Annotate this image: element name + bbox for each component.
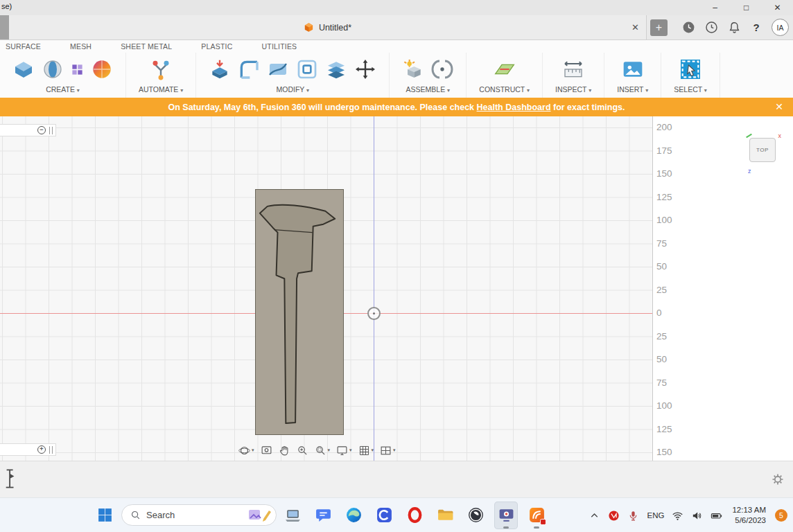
volume-icon[interactable] <box>691 510 703 522</box>
orbit-icon[interactable]: ▾ <box>238 445 254 456</box>
timeline-marker-icon[interactable] <box>4 468 17 490</box>
panel-handle[interactable] <box>49 127 53 134</box>
move-icon[interactable] <box>354 58 376 80</box>
revolve-icon[interactable] <box>42 58 64 80</box>
toolbar-group-label-insert[interactable]: INSERT ▾ <box>617 85 648 94</box>
new-component-icon[interactable] <box>402 58 424 80</box>
panel-handle[interactable] <box>49 446 53 454</box>
press-pull-icon[interactable] <box>209 58 231 80</box>
ruler-value: 25 <box>656 284 667 294</box>
toolbar-group-modify: MODIFY ▾ <box>196 53 390 98</box>
ruler-value: 75 <box>656 238 667 248</box>
ribbon-tab-sheet-metal[interactable]: SHEET METAL <box>121 42 172 51</box>
fillet-icon[interactable] <box>238 58 260 80</box>
collapsed-comments-bar[interactable]: + <box>0 443 56 456</box>
opera-icon[interactable] <box>403 502 426 529</box>
gear-icon[interactable] <box>771 472 785 486</box>
insert-canvas-icon[interactable] <box>622 58 644 80</box>
pattern-icon[interactable] <box>71 63 84 76</box>
origin-marker[interactable] <box>367 307 381 320</box>
wifi-icon[interactable] <box>672 510 683 522</box>
fusion-icon[interactable] <box>525 502 548 529</box>
antivirus-icon[interactable] <box>608 510 620 522</box>
avatar[interactable]: IA <box>772 19 789 36</box>
chevron-down-icon: ▾ <box>527 87 530 94</box>
collapsed-browser-bar[interactable]: − <box>0 124 56 136</box>
obs-icon[interactable] <box>464 502 487 529</box>
job-status-icon[interactable] <box>682 21 695 34</box>
toolbar-group-label-modify[interactable]: MODIFY ▾ <box>277 85 310 94</box>
canvas-viewport[interactable]: 2001751501251007550250255075100125150 TO… <box>0 116 793 461</box>
viewports-icon[interactable]: ▾ <box>380 445 396 456</box>
edge-icon[interactable] <box>342 502 365 529</box>
explorer-icon[interactable] <box>433 502 457 529</box>
viewcube-face-label: TOP <box>756 147 769 153</box>
toolbar-group-label-inspect[interactable]: INSPECT ▾ <box>555 85 591 94</box>
grid-settings-icon[interactable]: ▾ <box>358 445 374 456</box>
document-tab[interactable]: Untitled* ✕ <box>9 15 647 39</box>
ruler-value: 200 <box>656 122 672 132</box>
laptop-app-icon[interactable] <box>281 502 304 529</box>
look-at-icon[interactable] <box>261 445 272 456</box>
toolbar-group-label-construct[interactable]: CONSTRUCT ▾ <box>479 85 530 94</box>
viewcube[interactable]: TOP x z <box>747 133 781 169</box>
extrude-icon[interactable] <box>12 58 35 80</box>
split-icon[interactable] <box>267 58 289 80</box>
language-indicator[interactable]: ENG <box>647 511 664 520</box>
ribbon-tab-surface[interactable]: SURFACE <box>6 42 41 51</box>
ruler-value: 50 <box>656 261 667 272</box>
form-icon[interactable] <box>91 58 113 80</box>
automate-icon[interactable] <box>150 58 172 80</box>
notification-center-icon[interactable] <box>705 21 718 34</box>
chat-app-icon[interactable] <box>311 502 335 529</box>
viewcube-face[interactable]: TOP <box>749 138 776 162</box>
zoom-icon[interactable] <box>297 445 308 456</box>
banner-close-icon[interactable]: ✕ <box>775 98 783 116</box>
inserted-canvas-image[interactable] <box>255 189 344 435</box>
chevron-down-icon: ▾ <box>704 87 707 94</box>
close-button[interactable]: ✕ <box>762 0 793 15</box>
chevron-down-icon[interactable]: ▾ <box>252 447 254 453</box>
ribbon-tab-utilities[interactable]: UTILITIES <box>261 42 297 51</box>
toolbar-group-label-assemble[interactable]: ASSEMBLE ▾ <box>406 85 451 94</box>
recorder-icon[interactable] <box>494 502 518 529</box>
mic-icon[interactable] <box>627 510 639 522</box>
new-tab-button[interactable]: + <box>650 19 668 36</box>
joint-icon[interactable] <box>431 58 453 80</box>
collapse-icon[interactable]: − <box>37 126 46 134</box>
chevron-down-icon[interactable]: ▾ <box>328 447 331 453</box>
viewcube-x-axis-label: x <box>778 132 782 139</box>
tab-close-icon[interactable]: ✕ <box>631 15 639 39</box>
pan-icon[interactable] <box>279 445 290 456</box>
help-icon[interactable]: ? <box>751 21 762 33</box>
chevron-down-icon[interactable]: ▾ <box>349 447 352 453</box>
fit-icon[interactable]: ▾ <box>315 445 331 456</box>
select-icon[interactable] <box>679 58 702 80</box>
minimize-button[interactable]: – <box>699 0 731 15</box>
maximize-button[interactable]: □ <box>731 0 762 15</box>
display-settings-icon[interactable]: ▾ <box>336 445 352 456</box>
chevron-down-icon[interactable]: ▾ <box>372 447 374 453</box>
thicken-icon[interactable] <box>325 58 347 80</box>
ribbon-tab-plastic[interactable]: PLASTIC <box>201 42 232 51</box>
battery-icon[interactable] <box>711 510 722 522</box>
toolbar-group-label-select[interactable]: SELECT ▾ <box>674 85 707 94</box>
toolbar-group-label-create[interactable]: CREATE ▾ <box>46 85 80 94</box>
notification-badge[interactable]: 5 <box>775 509 787 522</box>
chevron-down-icon[interactable]: ▾ <box>393 447 396 453</box>
health-dashboard-link[interactable]: Health Dashboard <box>477 103 551 112</box>
tray-overflow-icon[interactable] <box>589 510 600 522</box>
clipchamp-icon[interactable] <box>372 502 396 529</box>
search-highlights-icon[interactable] <box>248 508 272 523</box>
measure-icon[interactable] <box>562 58 584 80</box>
expand-icon[interactable]: + <box>37 445 46 454</box>
toolbar-group-label-automate[interactable]: AUTOMATE ▾ <box>139 85 183 94</box>
taskbar-clock[interactable]: 12:13 AM 5/6/2023 <box>732 505 766 526</box>
construct-plane-icon[interactable] <box>494 58 516 80</box>
start-button[interactable] <box>96 506 114 524</box>
ruler-value: 150 <box>656 168 672 179</box>
bell-icon[interactable] <box>728 21 741 34</box>
taskbar-search[interactable]: Search <box>121 504 277 526</box>
ribbon-tab-mesh[interactable]: MESH <box>70 42 92 51</box>
offset-icon[interactable] <box>296 58 318 80</box>
